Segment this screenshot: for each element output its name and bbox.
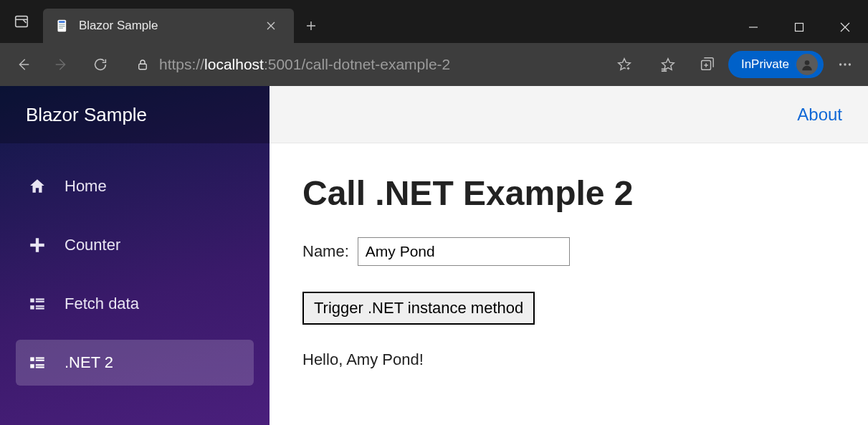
browser-toolbar: https://localhost:5001/call-dotnet-examp…	[0, 43, 868, 86]
svg-rect-6	[796, 24, 803, 32]
url-port: :5001	[264, 56, 302, 72]
avatar-icon	[796, 54, 818, 75]
greeting-text: Hello, Amy Pond!	[302, 350, 835, 369]
svg-rect-19	[36, 298, 44, 300]
window-close-button[interactable]	[822, 11, 868, 43]
svg-rect-27	[30, 364, 34, 368]
sidebar-item-label: Counter	[65, 236, 120, 254]
topbar: About	[270, 86, 868, 143]
svg-rect-29	[36, 366, 44, 368]
sidebar-item-label: Fetch data	[65, 295, 139, 313]
svg-rect-26	[36, 360, 44, 361]
sidebar-item-fetch-data[interactable]: Fetch data	[16, 281, 254, 327]
sidebar-nav: Home Counter Fetch data .NET 2	[0, 143, 270, 386]
window-maximize-button[interactable]	[776, 11, 822, 43]
svg-rect-20	[36, 301, 44, 302]
address-bar[interactable]: https://localhost:5001/call-dotnet-examp…	[126, 50, 642, 79]
svg-rect-28	[36, 364, 44, 366]
home-icon	[27, 176, 47, 196]
svg-point-15	[849, 63, 851, 65]
svg-rect-7	[139, 64, 147, 70]
address-text: https://localhost:5001/call-dotnet-examp…	[159, 56, 606, 73]
content: Call .NET Example 2 Name: Trigger .NET i…	[270, 143, 868, 425]
svg-rect-23	[36, 307, 44, 309]
sidebar-item-label: Home	[65, 177, 107, 196]
name-form-row: Name:	[302, 237, 835, 266]
browser-chrome: Blazor Sample https://l	[0, 0, 868, 86]
svg-rect-5	[59, 28, 63, 29]
favorites-button[interactable]	[651, 47, 685, 82]
svg-rect-2	[59, 21, 65, 23]
svg-point-14	[844, 63, 846, 65]
page-heading: Call .NET Example 2	[302, 173, 835, 213]
list-icon	[27, 294, 47, 314]
new-tab-button[interactable]	[294, 9, 328, 43]
svg-rect-10	[662, 70, 667, 72]
page: Blazor Sample Home Counter Fetch data	[0, 86, 868, 425]
name-label: Name:	[302, 242, 349, 261]
tab-close-button[interactable]	[261, 16, 281, 36]
lock-icon	[136, 58, 149, 71]
url-path: /call-dotnet-example-2	[301, 56, 450, 72]
svg-rect-24	[30, 357, 34, 360]
tab-title: Blazor Sample	[79, 19, 252, 33]
sidebar-item-label: .NET 2	[65, 353, 113, 372]
more-button[interactable]	[828, 47, 862, 82]
url-protocol: https://	[159, 56, 204, 72]
back-button[interactable]	[6, 47, 40, 82]
list-icon	[27, 353, 47, 373]
svg-rect-21	[30, 305, 34, 309]
inprivate-label: InPrivate	[741, 57, 789, 72]
titlebar: Blazor Sample	[0, 0, 868, 43]
browser-tab[interactable]: Blazor Sample	[43, 9, 294, 43]
sidebar-item-counter[interactable]: Counter	[16, 222, 254, 268]
plus-icon	[27, 235, 47, 255]
sidebar-item-net-2[interactable]: .NET 2	[16, 340, 254, 386]
svg-point-12	[805, 60, 810, 65]
sidebar: Blazor Sample Home Counter Fetch data	[0, 86, 270, 425]
refresh-button[interactable]	[83, 47, 118, 82]
svg-rect-25	[36, 357, 44, 358]
svg-rect-22	[36, 305, 44, 307]
main: About Call .NET Example 2 Name: Trigger …	[270, 86, 868, 425]
tab-actions-button[interactable]	[0, 0, 43, 43]
svg-rect-0	[16, 16, 28, 27]
svg-rect-18	[30, 298, 34, 302]
inprivate-badge[interactable]: InPrivate	[728, 51, 824, 78]
window-controls	[730, 11, 868, 43]
window-minimize-button[interactable]	[730, 11, 776, 43]
tab-favicon	[56, 19, 70, 33]
svg-rect-3	[59, 24, 65, 25]
favorite-icon[interactable]	[616, 57, 632, 72]
name-input[interactable]	[358, 237, 570, 266]
svg-point-13	[839, 63, 841, 65]
trigger-button[interactable]: Trigger .NET instance method	[302, 292, 535, 325]
about-link[interactable]: About	[797, 105, 842, 125]
brand-title[interactable]: Blazor Sample	[0, 86, 270, 143]
svg-rect-9	[662, 69, 667, 70]
svg-rect-17	[30, 244, 44, 247]
sidebar-item-home[interactable]: Home	[16, 163, 254, 209]
svg-rect-4	[59, 26, 65, 27]
forward-button[interactable]	[44, 47, 79, 82]
collections-button[interactable]	[690, 47, 724, 82]
url-host: localhost	[204, 56, 264, 72]
